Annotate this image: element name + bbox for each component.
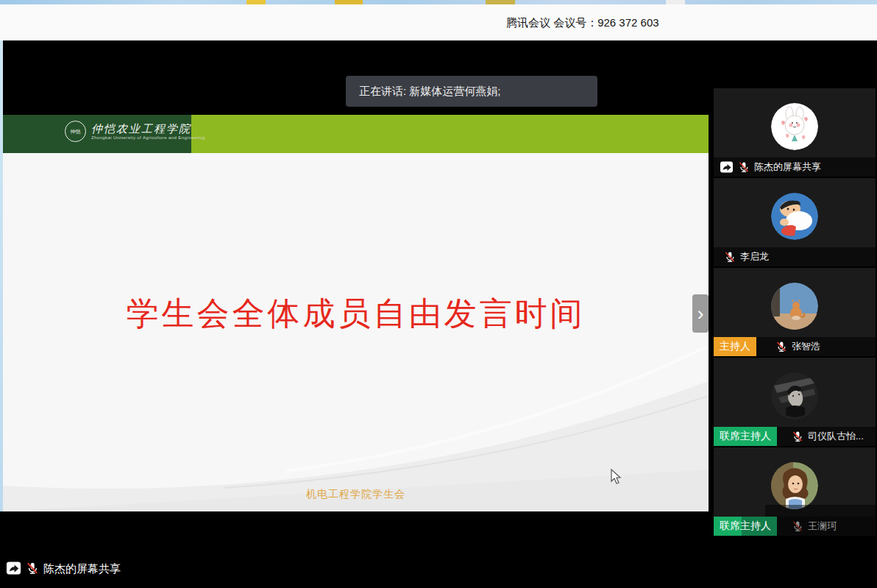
chevron-right-icon: › (697, 302, 704, 325)
avatar (771, 462, 818, 509)
share-banner-text: 陈杰的屏幕共享 (43, 562, 121, 576)
participant-tile-zhangzhihao[interactable]: 主持人 张智浩 (714, 268, 876, 356)
meeting-title-bar[interactable]: 腾讯会议 会议号：926 372 603 (0, 4, 877, 40)
avatar (771, 103, 818, 150)
university-name-en: Zhongkai University of Agriculture and E… (91, 135, 205, 140)
avatar (771, 283, 818, 330)
participant-tile-siyidui-guyi[interactable]: 联席主持人 司仪队古怡... (714, 358, 876, 446)
participant-tile-chenjie-share[interactable]: 陈杰的屏幕共享 (714, 88, 876, 177)
mic-muted-icon (792, 431, 803, 442)
avatar (771, 193, 818, 240)
speaking-toast-text: 正在讲话: 新媒体运营何燕娟; (359, 85, 501, 97)
shared-screen-stage: 正在讲话: 新媒体运营何燕娟; 仲恺 仲恺农业工程学院 Zhongkai Uni… (0, 40, 877, 588)
meeting-window: 腾讯会议 会议号：926 372 603 正在讲话: 新媒体运营何燕娟; 仲恺 … (0, 0, 877, 588)
host-badge: 主持人 (714, 337, 756, 356)
slide-footer: 机电工程学院学生会 (3, 488, 709, 501)
screen-share-banner: 陈杰的屏幕共享 (6, 562, 121, 577)
participant-name: 李启龙 (740, 250, 769, 263)
slide-header: 仲恺 仲恺农业工程学院 Zhongkai University of Agric… (3, 115, 709, 153)
cohost-badge: 联席主持人 (714, 517, 777, 536)
university-logo: 仲恺 仲恺农业工程学院 Zhongkai University of Agric… (65, 121, 205, 142)
participant-name: 司仪队古怡... (808, 430, 864, 443)
participant-label-bar: 主持人 张智浩 (714, 337, 876, 356)
university-seal-icon: 仲恺 (65, 121, 86, 142)
slide-header-light-band (191, 115, 709, 153)
cohost-badge: 联席主持人 (714, 427, 777, 446)
mic-muted-icon (775, 341, 787, 353)
slide-title: 学生会全体成员自由发言时间 (3, 292, 709, 336)
university-name-cn: 仲恺农业工程学院 (91, 123, 205, 135)
screen-share-icon (720, 161, 734, 173)
mic-muted-icon (724, 251, 736, 263)
participant-name: 王澜珂 (808, 520, 837, 533)
avatar (771, 372, 818, 419)
mic-muted-icon (792, 520, 803, 532)
screen-share-icon (6, 562, 21, 577)
participant-label-bar: 联席主持人 司仪队古怡... (714, 427, 876, 446)
mic-muted-icon (738, 161, 750, 173)
participant-name: 张智浩 (792, 340, 820, 353)
participants-sidebar: 陈杰的屏幕共享 (714, 88, 876, 576)
presentation-slide: 学生会全体成员自由发言时间 机电工程学院学生会 (3, 153, 709, 511)
mic-muted-icon (26, 562, 39, 577)
next-page-chevron-button[interactable]: › (692, 294, 709, 333)
speaking-toast: 正在讲话: 新媒体运营何燕娟; (346, 76, 597, 107)
seal-mark: 仲恺 (71, 128, 81, 135)
mouse-cursor-icon (611, 469, 622, 485)
participant-label-bar: 李启龙 (714, 247, 876, 266)
participant-name: 陈杰的屏幕共享 (754, 160, 821, 174)
participant-label-bar: 联席主持人 王澜珂 (714, 517, 876, 536)
participant-label-bar: 陈杰的屏幕共享 (714, 157, 876, 177)
meeting-number-label: 腾讯会议 会议号：926 372 603 (506, 4, 659, 40)
participant-tile-liqilong[interactable]: 李启龙 (714, 178, 876, 266)
participant-tile-wanglanke[interactable]: 联席主持人 王澜珂 (714, 447, 876, 536)
